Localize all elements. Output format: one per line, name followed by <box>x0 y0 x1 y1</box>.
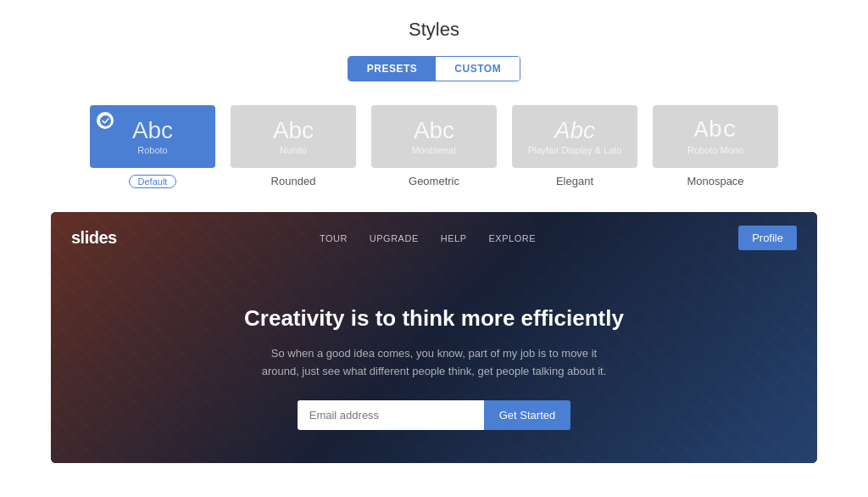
nav-logo: slides <box>71 228 117 248</box>
card-caption-monospace: Monospace <box>687 175 743 187</box>
card-fontname-geometric: Montserrat <box>412 145 457 155</box>
tab-group: PRESETS CUSTOM <box>348 56 520 81</box>
preview-hero: Creativity is to think more efficiently … <box>51 264 817 430</box>
style-card-monospace[interactable]: Abc Roboto Mono <box>653 105 778 168</box>
svg-point-0 <box>100 115 111 126</box>
card-fontname-elegant: Playfair Display & Lato <box>528 145 622 155</box>
style-cards-row: Abc Roboto Default Abc Nunito Rounded Ab… <box>0 105 868 212</box>
hero-subtitle: So when a good idea comes, you know, par… <box>252 345 616 381</box>
style-card-geometric[interactable]: Abc Montserrat <box>371 105 497 168</box>
nav-link-help: HELP <box>441 233 467 243</box>
card-abc-geometric: Abc <box>414 119 454 142</box>
card-abc-monospace: Abc <box>694 119 737 142</box>
card-fontname-rounded: Nunito <box>280 145 307 155</box>
tab-presets[interactable]: PRESETS <box>348 57 437 81</box>
nav-link-explore: EXPLORE <box>489 233 536 243</box>
page-title: Styles <box>0 0 868 56</box>
style-card-wrap-rounded: Abc Nunito Rounded <box>231 105 356 188</box>
selected-check-badge <box>97 112 114 129</box>
card-fontname-monospace: Roboto Mono <box>687 145 743 155</box>
nav-profile-button[interactable]: Profile <box>738 226 797 250</box>
nav-links: TOUR UPGRADE HELP EXPLORE <box>320 233 536 243</box>
style-card-wrap-elegant: Abc Playfair Display & Lato Elegant <box>512 105 637 188</box>
nav-link-tour: TOUR <box>320 233 348 243</box>
card-fontname-default: Roboto <box>137 145 167 155</box>
style-card-rounded[interactable]: Abc Nunito <box>231 105 356 168</box>
preview-nav: slides TOUR UPGRADE HELP EXPLORE Profile <box>51 212 817 264</box>
hero-form: Get Started <box>298 400 570 430</box>
hero-email-input[interactable] <box>298 400 484 430</box>
card-caption-geometric: Geometric <box>409 175 459 187</box>
hero-cta-button[interactable]: Get Started <box>484 400 570 430</box>
style-card-elegant[interactable]: Abc Playfair Display & Lato <box>512 105 637 168</box>
style-card-wrap-monospace: Abc Roboto Mono Monospace <box>653 105 778 188</box>
card-abc-elegant: Abc <box>554 119 595 142</box>
style-card-wrap-geometric: Abc Montserrat Geometric <box>371 105 497 188</box>
preview-container: slides TOUR UPGRADE HELP EXPLORE Profile… <box>51 212 817 463</box>
hero-title: Creativity is to think more efficiently <box>244 304 624 333</box>
card-abc-rounded: Abc <box>273 119 314 142</box>
tab-custom[interactable]: CUSTOM <box>436 57 520 81</box>
nav-link-upgrade: UPGRADE <box>370 233 419 243</box>
style-card-wrap-default: Abc Roboto Default <box>90 105 215 188</box>
card-abc-default: Abc <box>132 119 173 142</box>
style-card-default[interactable]: Abc Roboto <box>90 105 215 168</box>
card-caption-elegant: Elegant <box>556 175 593 187</box>
card-caption-rounded: Rounded <box>271 175 316 187</box>
card-caption-default: Default <box>129 175 177 188</box>
tabs-container: PRESETS CUSTOM <box>0 56 868 81</box>
